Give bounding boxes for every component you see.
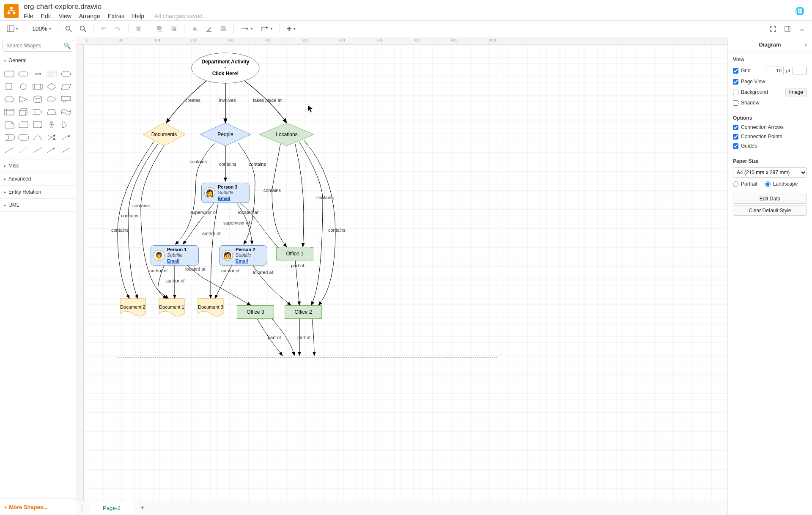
search-shapes-input[interactable] [3, 40, 73, 52]
image-button[interactable]: Image [785, 88, 807, 96]
shape-cube[interactable] [17, 107, 29, 117]
node-person-2[interactable]: 🧑 Person 2SubtitleEmail [219, 245, 267, 266]
shape-actor[interactable] [46, 120, 58, 129]
redo-icon[interactable]: ↷ [112, 23, 124, 35]
delete-icon[interactable]: 🗑 [133, 23, 145, 35]
shape-triangle[interactable] [17, 95, 29, 104]
background-checkbox[interactable] [733, 90, 738, 95]
palette-advanced[interactable]: ▸Advanced [0, 173, 76, 185]
landscape-radio[interactable] [765, 181, 771, 187]
close-icon[interactable]: × [804, 41, 808, 48]
collapse-icon[interactable]: ︽ [796, 23, 808, 35]
shape-parallel[interactable] [60, 82, 72, 91]
menu-edit[interactable]: Edit [41, 13, 51, 19]
shape-storage[interactable] [17, 133, 29, 142]
shape-arrow-thin[interactable] [46, 145, 58, 155]
to-front-icon[interactable] [154, 23, 165, 35]
shape-tearoff[interactable] [32, 120, 44, 129]
palette-misc[interactable]: ▸Misc [0, 159, 76, 172]
shape-cylinder[interactable] [32, 95, 44, 104]
shape-rect-round2[interactable] [17, 69, 29, 79]
menu-file[interactable]: File [24, 13, 33, 19]
shape-ellipse[interactable] [60, 69, 72, 79]
line-color-icon[interactable] [203, 23, 215, 35]
clear-style-button[interactable]: Clear Default Style [733, 205, 807, 216]
insert-icon[interactable]: +▾ [284, 23, 298, 35]
shape-cloud[interactable] [46, 95, 58, 104]
shadow-checkbox[interactable] [733, 100, 738, 106]
document-title[interactable]: org-chart-explore.drawio [24, 3, 203, 11]
zoom-in-icon[interactable] [63, 23, 74, 35]
shape-callout[interactable] [60, 95, 72, 104]
shape-or[interactable] [3, 133, 15, 142]
portrait-radio[interactable] [733, 181, 738, 187]
shape-card[interactable] [17, 120, 29, 129]
shape-dash[interactable] [17, 145, 29, 155]
paper-size-select[interactable]: A4 (210 mm x 297 mm) [733, 167, 807, 178]
shape-diamond[interactable] [46, 82, 58, 91]
node-document-3[interactable]: Document 3 [198, 299, 223, 316]
shape-rect-round[interactable] [3, 69, 15, 79]
undo-icon[interactable]: ↶ [98, 23, 110, 35]
node-person-3[interactable]: 👩 Person 3 Subtitle Email [201, 183, 250, 203]
waypoint-style-icon[interactable]: ▾ [258, 23, 275, 35]
shape-halfcircle[interactable] [60, 120, 72, 129]
fullscreen-icon[interactable] [767, 23, 779, 35]
diagram[interactable]: Department Activity - Click Here! create… [84, 45, 507, 366]
canvas[interactable]: Department Activity - Click Here! create… [84, 45, 727, 501]
shadow-icon[interactable] [217, 23, 229, 35]
node-office-2[interactable]: Office 2 [285, 305, 322, 319]
node-person-1[interactable]: 👨 Person 1SubtitleEmail [151, 245, 199, 266]
search-icon[interactable]: 🔍 [63, 42, 71, 49]
shape-square[interactable] [3, 82, 15, 91]
tab-page-2[interactable]: Page-2 [88, 501, 135, 515]
sidebar-toggle-button[interactable]: ▾ [4, 23, 21, 35]
more-shapes-button[interactable]: + More Shapes... [4, 504, 48, 510]
conn-points-checkbox[interactable] [733, 134, 738, 140]
zoom-out-icon[interactable] [77, 23, 89, 35]
node-office-1[interactable]: Office 1 [276, 247, 313, 260]
grid-color-swatch[interactable] [793, 67, 807, 74]
pageview-checkbox[interactable] [733, 79, 738, 85]
shape-trapezoid[interactable] [46, 107, 58, 117]
shape-text[interactable]: Text [32, 69, 44, 79]
edit-data-button[interactable]: Edit Data [733, 194, 807, 204]
node-document-1[interactable]: Document 1 [159, 299, 184, 316]
fill-color-icon[interactable] [189, 23, 200, 35]
shape-process[interactable] [32, 82, 44, 91]
tab-add-icon[interactable]: + [135, 504, 150, 512]
node-office-3[interactable]: Office 3 [237, 305, 274, 319]
shape-line2[interactable] [32, 145, 44, 155]
format-panel-icon[interactable] [782, 23, 793, 35]
shape-step[interactable] [32, 107, 44, 117]
connection-style-icon[interactable]: ▾ [238, 23, 255, 35]
shape-arrow[interactable] [60, 133, 72, 142]
guides-checkbox[interactable] [733, 143, 738, 149]
menu-extras[interactable]: Extras [108, 13, 125, 19]
menu-help[interactable]: Help [132, 13, 144, 19]
menu-arrange[interactable]: Arrange [79, 13, 100, 19]
shape-biarrow[interactable] [46, 133, 58, 142]
language-icon[interactable]: 🌐 [795, 6, 808, 16]
zoom-select[interactable]: 100%▾ [30, 25, 54, 32]
to-back-icon[interactable] [168, 23, 180, 35]
node-document-2[interactable]: Document 2 [120, 299, 145, 316]
shape-note[interactable] [3, 120, 15, 129]
shape-line3[interactable] [60, 145, 72, 155]
conn-arrows-checkbox[interactable] [733, 125, 738, 130]
shape-curve[interactable] [32, 133, 44, 142]
palette-uml[interactable]: ▸UML [0, 199, 76, 211]
palette-general-shapes[interactable]: Text [0, 67, 76, 159]
menu-view[interactable]: View [59, 13, 71, 19]
shape-line[interactable] [3, 145, 15, 155]
grid-size-input[interactable] [766, 66, 784, 75]
shape-internal[interactable] [3, 107, 15, 117]
tab-menu-icon[interactable]: ⋮ [76, 504, 88, 512]
grid-checkbox[interactable] [733, 68, 738, 74]
shape-circle[interactable] [17, 82, 29, 91]
palette-entity-relation[interactable]: ▸Entity Relation [0, 186, 76, 198]
shape-tape[interactable] [60, 107, 72, 117]
shape-textbox[interactable] [46, 69, 58, 79]
shape-hexagon[interactable] [3, 95, 15, 104]
palette-general[interactable]: ▾General [0, 54, 76, 67]
